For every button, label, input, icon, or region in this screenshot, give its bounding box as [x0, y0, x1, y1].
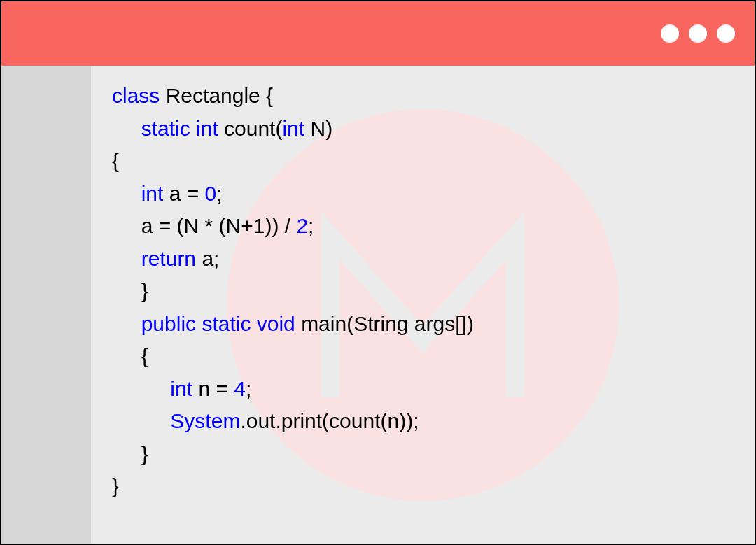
code-token: a;: [196, 247, 219, 270]
code-line: class Rectangle {: [112, 80, 734, 113]
code-area: class Rectangle { static int count(int N…: [91, 66, 755, 544]
window-control-dot[interactable]: [661, 24, 679, 43]
code-token: ;: [216, 182, 222, 205]
code-line: System.out.print(count(n));: [112, 405, 734, 438]
keyword-token: System: [170, 409, 240, 432]
code-line: int n = 4;: [112, 373, 734, 406]
code-line: {: [112, 340, 734, 373]
code-token: }: [141, 442, 148, 465]
code-line: int a = 0;: [112, 178, 734, 211]
window-titlebar: [1, 1, 755, 66]
editor-container: class Rectangle { static int count(int N…: [1, 66, 755, 544]
keyword-token: static int: [141, 117, 218, 140]
code-token: .out.print(count(n));: [240, 409, 419, 432]
code-token: N): [304, 117, 332, 140]
keyword-token: return: [141, 247, 196, 270]
keyword-token: public static void: [141, 312, 295, 335]
code-token: a =: [163, 182, 204, 205]
code-line: {: [112, 145, 734, 178]
code-token: {: [141, 344, 148, 367]
code-line: static int count(int N): [112, 113, 734, 146]
code-token: a = (N * (N+1)) /: [141, 214, 297, 237]
code-content: class Rectangle { static int count(int N…: [112, 80, 734, 503]
code-line: return a;: [112, 243, 734, 276]
code-line: }: [112, 438, 734, 471]
line-gutter: [1, 66, 91, 544]
code-token: }: [141, 279, 148, 302]
keyword-token: int: [282, 117, 304, 140]
keyword-token: 0: [205, 182, 217, 205]
code-token: Rectangle {: [160, 84, 273, 107]
keyword-token: int: [170, 377, 192, 400]
code-line: }: [112, 275, 734, 308]
code-token: main(String args[]): [295, 312, 474, 335]
keyword-token: class: [112, 84, 160, 107]
code-token: }: [112, 474, 119, 497]
keyword-token: 2: [296, 214, 308, 237]
window-control-dot[interactable]: [717, 24, 735, 43]
code-token: count(: [218, 117, 283, 140]
keyword-token: 4: [234, 377, 246, 400]
code-window: class Rectangle { static int count(int N…: [0, 0, 756, 545]
code-line: public static void main(String args[]): [112, 308, 734, 341]
code-line: }: [112, 470, 734, 503]
code-token: ;: [246, 377, 251, 400]
window-control-dot[interactable]: [689, 24, 707, 43]
keyword-token: int: [141, 182, 164, 205]
code-token: {: [112, 149, 119, 172]
code-token: n =: [192, 377, 234, 400]
code-token: ;: [308, 214, 314, 237]
code-line: a = (N * (N+1)) / 2;: [112, 210, 734, 243]
